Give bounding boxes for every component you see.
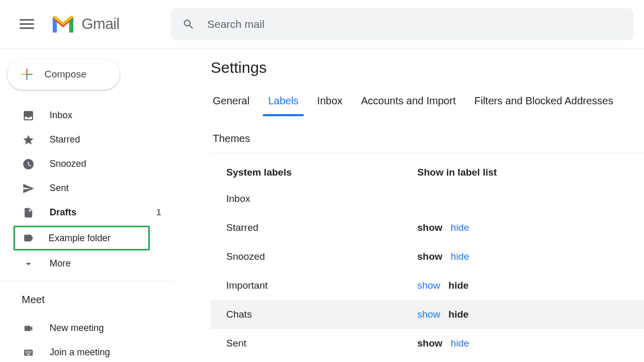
nav-list: Inbox Starred Snoozed Sent xyxy=(0,99,176,276)
sidebar-item-more[interactable]: More xyxy=(0,251,176,276)
label-row-chats: Chats show hide xyxy=(211,300,644,329)
sidebar-item-sent[interactable]: Sent xyxy=(0,176,176,200)
search-bar[interactable] xyxy=(171,8,634,40)
important-hide[interactable]: hide xyxy=(448,280,468,291)
gmail-logo[interactable]: Gmail xyxy=(51,15,119,34)
sidebar-item-drafts[interactable]: Drafts 1 xyxy=(0,200,176,225)
tab-themes[interactable]: Themes xyxy=(211,125,252,153)
file-icon xyxy=(22,207,35,219)
video-icon xyxy=(22,322,35,335)
main-content: Settings General Labels Inbox Accounts a… xyxy=(176,49,644,362)
keyboard-icon xyxy=(22,347,35,359)
plus-icon xyxy=(19,66,35,83)
sidebar-item-inbox[interactable]: Inbox xyxy=(0,103,176,128)
label-row-snoozed: Snoozed show hide xyxy=(211,242,644,271)
tab-labels[interactable]: Labels xyxy=(266,88,301,115)
tab-filters-blocked[interactable]: Filters and Blocked Addresses xyxy=(472,88,615,115)
important-show[interactable]: show xyxy=(417,280,440,291)
tab-accounts-import[interactable]: Accounts and Import xyxy=(359,88,458,115)
meet-section-title: Meet xyxy=(0,288,176,312)
labels-table: System labels Show in label list Inbox S… xyxy=(211,161,644,362)
page-title: Settings xyxy=(211,59,644,76)
compose-button[interactable]: Compose xyxy=(7,59,120,90)
label-icon xyxy=(22,232,35,244)
starred-show[interactable]: show xyxy=(417,222,443,233)
star-icon xyxy=(22,134,35,146)
chats-show[interactable]: show xyxy=(417,309,440,320)
sidebar-item-example-folder[interactable]: Example folder xyxy=(13,226,150,250)
meet-list: New meeting Join a meeting xyxy=(0,312,176,362)
chats-hide[interactable]: hide xyxy=(448,309,468,320)
snoozed-hide[interactable]: hide xyxy=(451,251,469,262)
send-icon xyxy=(22,182,35,195)
sidebar-item-join-meeting[interactable]: Join a meeting xyxy=(0,340,176,362)
sidebar-item-new-meeting[interactable]: New meeting xyxy=(0,316,176,340)
snoozed-show[interactable]: show xyxy=(417,251,443,262)
sidebar-item-snoozed[interactable]: Snoozed xyxy=(0,152,176,176)
col-system-labels: System labels xyxy=(226,167,417,178)
gmail-text: Gmail xyxy=(82,15,119,33)
main-menu-button[interactable] xyxy=(20,17,35,32)
gmail-m-icon xyxy=(51,15,75,34)
label-row-sent: Sent show hide xyxy=(211,329,644,358)
starred-hide[interactable]: hide xyxy=(451,222,469,233)
label-row-important: Important show hide xyxy=(211,271,644,300)
compose-label: Compose xyxy=(44,69,86,80)
app-header: Gmail xyxy=(0,0,644,49)
tab-inbox[interactable]: Inbox xyxy=(315,88,344,115)
clock-icon xyxy=(22,158,35,170)
sidebar: Compose Inbox Starred Snoozed xyxy=(0,49,176,362)
col-show-in-list: Show in label list xyxy=(417,167,644,178)
sent-hide[interactable]: hide xyxy=(451,338,469,349)
sidebar-item-starred[interactable]: Starred xyxy=(0,128,176,152)
label-row-inbox: Inbox xyxy=(211,184,644,213)
divider xyxy=(0,281,176,281)
label-row-starred: Starred show hide xyxy=(211,213,644,242)
label-row-scheduled: Scheduled show hide show if unread xyxy=(211,358,644,362)
chevron-down-icon xyxy=(22,258,35,270)
search-input[interactable] xyxy=(206,18,622,31)
inbox-icon xyxy=(22,109,35,122)
tab-general[interactable]: General xyxy=(211,88,252,115)
labels-table-header: System labels Show in label list xyxy=(211,161,644,184)
settings-tabs: General Labels Inbox Accounts and Import… xyxy=(211,88,644,153)
search-icon xyxy=(182,18,195,30)
sent-show[interactable]: show xyxy=(417,338,443,349)
